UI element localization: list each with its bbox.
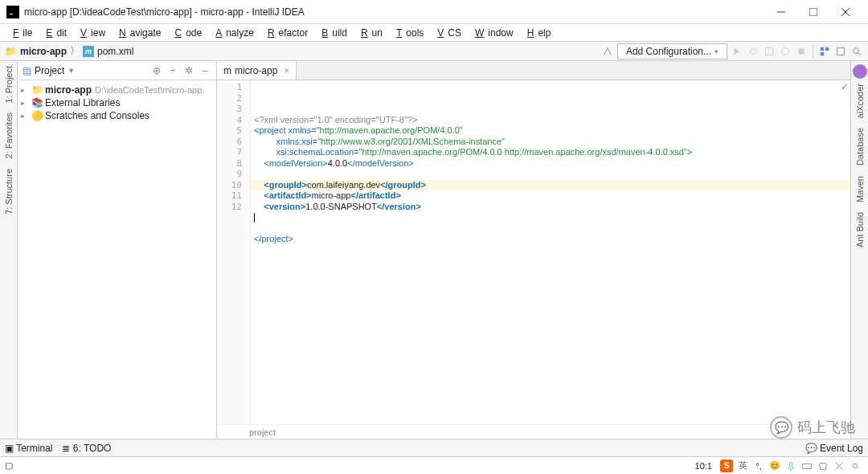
tree-item[interactable]: ▸🟡Scratches and Consoles — [18, 109, 216, 122]
menu-view[interactable]: View — [72, 26, 109, 40]
event-log-button[interactable]: 💬 Event Log — [805, 443, 863, 454]
editor-tabs: m micro-app × — [217, 61, 850, 80]
todo-button[interactable]: ≣ 6: TODO — [62, 443, 111, 454]
window-title: micro-app [D:\ideaCodeTest\micro-app] - … — [24, 6, 305, 18]
terminal-button[interactable]: ▣ Terminal — [5, 443, 52, 454]
locate-icon[interactable]: ⊕ — [150, 64, 163, 77]
project-tool-window: ▤ Project ▼ ⊕ ÷ ✲ – ▸📁micro-appD:\ideaCo… — [18, 61, 217, 439]
right-tool-rail: aiXcoderDatabaseMavenAnt Build — [850, 61, 868, 439]
svg-rect-12 — [821, 51, 824, 55]
menu-navigate[interactable]: Navigate — [111, 26, 165, 40]
maximize-button[interactable] — [797, 1, 829, 23]
menu-run[interactable]: Run — [353, 26, 387, 40]
ime-lang[interactable]: 英 — [736, 460, 749, 472]
rail-antbuild[interactable]: Ant Build — [854, 207, 866, 252]
menu-vcs[interactable]: VCS — [429, 26, 465, 40]
project-pane-title[interactable]: Project — [35, 65, 64, 76]
svg-rect-13 — [837, 47, 845, 55]
maven-file-icon: m — [83, 46, 94, 57]
build-icon[interactable] — [601, 45, 614, 58]
menu-refactor[interactable]: Refactor — [260, 26, 312, 40]
run-icon[interactable] — [731, 45, 743, 58]
menu-tools[interactable]: Tools — [388, 26, 428, 40]
svg-rect-9 — [799, 48, 805, 54]
tree-item[interactable]: ▸📁micro-appD:\ideaCodeTest\micro-app — [18, 84, 216, 96]
module-settings-icon[interactable] — [818, 45, 831, 58]
menubar: FileEditViewNavigateCodeAnalyzeRefactorB… — [0, 24, 868, 42]
close-button[interactable] — [829, 1, 862, 23]
editor-crumb[interactable]: project — [217, 424, 850, 439]
menu-analyze[interactable]: Analyze — [207, 26, 258, 40]
aixcoder-icon[interactable] — [853, 64, 867, 79]
breadcrumb-file[interactable]: pom.xml — [97, 46, 133, 57]
rail-favorites[interactable]: 2: Favorites — [2, 108, 15, 163]
coverage-icon[interactable] — [763, 45, 776, 58]
status-menu-icon[interactable]: ▢ — [5, 460, 13, 471]
project-structure-icon[interactable] — [834, 45, 847, 58]
tools-icon[interactable] — [833, 460, 845, 472]
svg-rect-16 — [789, 462, 792, 467]
ime-punct-icon[interactable]: °, — [752, 460, 765, 472]
svg-rect-10 — [821, 47, 824, 50]
cursor-position[interactable]: 10:1 — [695, 461, 712, 471]
svg-rect-1 — [10, 14, 13, 14]
gear-icon[interactable]: ✲ — [182, 64, 195, 77]
svg-rect-17 — [803, 464, 812, 468]
hide-icon[interactable]: – — [199, 64, 211, 77]
svg-point-18 — [853, 464, 857, 468]
menu-code[interactable]: Code — [166, 26, 206, 40]
project-tree: ▸📁micro-appD:\ideaCodeTest\micro-app▸📚Ex… — [18, 80, 216, 125]
menu-file[interactable]: File — [5, 26, 36, 40]
profile-icon[interactable] — [779, 45, 792, 58]
menu-window[interactable]: Window — [467, 26, 518, 40]
navbar: 📁 micro-app 〉 m pom.xml Add Configuratio… — [0, 42, 868, 61]
left-tool-rail: 1: Project2: Favorites7: Structure — [0, 61, 18, 439]
close-tab-icon[interactable]: × — [284, 65, 289, 76]
titlebar: micro-app [D:\ideaCodeTest\micro-app] - … — [0, 0, 868, 24]
chevron-down-icon[interactable]: ▼ — [68, 67, 75, 75]
sogou-ime-icon[interactable]: S — [720, 460, 733, 472]
svg-point-8 — [782, 47, 789, 55]
rail-maven[interactable]: Maven — [854, 171, 866, 207]
debug-icon[interactable] — [747, 45, 760, 58]
folder-icon: 📁 — [5, 46, 17, 57]
minimize-button[interactable] — [765, 1, 797, 23]
svg-point-6 — [751, 48, 756, 54]
gear-icon[interactable] — [849, 460, 862, 472]
mic-icon[interactable] — [784, 460, 797, 472]
svg-rect-0 — [9, 8, 17, 16]
stop-icon[interactable] — [795, 45, 808, 58]
tree-item[interactable]: ▸📚External Libraries — [18, 96, 216, 109]
rail-structure[interactable]: 7: Structure — [2, 164, 15, 219]
tab-label: micro-app — [235, 65, 277, 76]
rail-aixcoder[interactable]: aiXcoder — [854, 79, 866, 123]
rail-project[interactable]: 1: Project — [2, 61, 15, 108]
maven-file-icon: m — [223, 65, 231, 76]
editor-area: m micro-app × 123456789101112 ✓ <?xml ve… — [217, 61, 850, 439]
skin-icon[interactable] — [817, 460, 829, 472]
status-ok-icon: ✓ — [841, 82, 849, 93]
search-everywhere-icon[interactable] — [850, 45, 863, 58]
svg-rect-3 — [809, 8, 817, 16]
menu-build[interactable]: Build — [313, 26, 351, 40]
menu-help[interactable]: Help — [519, 26, 555, 40]
project-pane-header: ▤ Project ▼ ⊕ ÷ ✲ – — [18, 61, 216, 80]
status-bar: ▢ 10:1 S 英 °, 😊 — [0, 456, 868, 474]
chevron-right-icon: 〉 — [70, 44, 80, 58]
app-icon — [6, 6, 19, 18]
editor-tab[interactable]: m micro-app × — [217, 61, 297, 80]
svg-point-14 — [854, 47, 859, 53]
svg-rect-11 — [825, 47, 829, 50]
svg-line-15 — [858, 52, 862, 55]
code-editor[interactable]: ✓ <?xml version="1.0" encoding="UTF-8"?>… — [251, 80, 850, 424]
gutter: 123456789101112 — [217, 80, 251, 424]
svg-rect-7 — [766, 47, 773, 55]
add-configuration-button[interactable]: Add Configuration...▾ — [617, 43, 727, 59]
menu-edit[interactable]: Edit — [38, 26, 71, 40]
emoji-icon[interactable]: 😊 — [768, 460, 781, 472]
breadcrumb: 📁 micro-app 〉 m pom.xml — [5, 44, 133, 58]
rail-database[interactable]: Database — [854, 123, 866, 170]
keyboard-icon[interactable] — [800, 460, 813, 472]
breadcrumb-root[interactable]: micro-app — [20, 46, 67, 57]
collapse-icon[interactable]: ÷ — [166, 64, 179, 77]
